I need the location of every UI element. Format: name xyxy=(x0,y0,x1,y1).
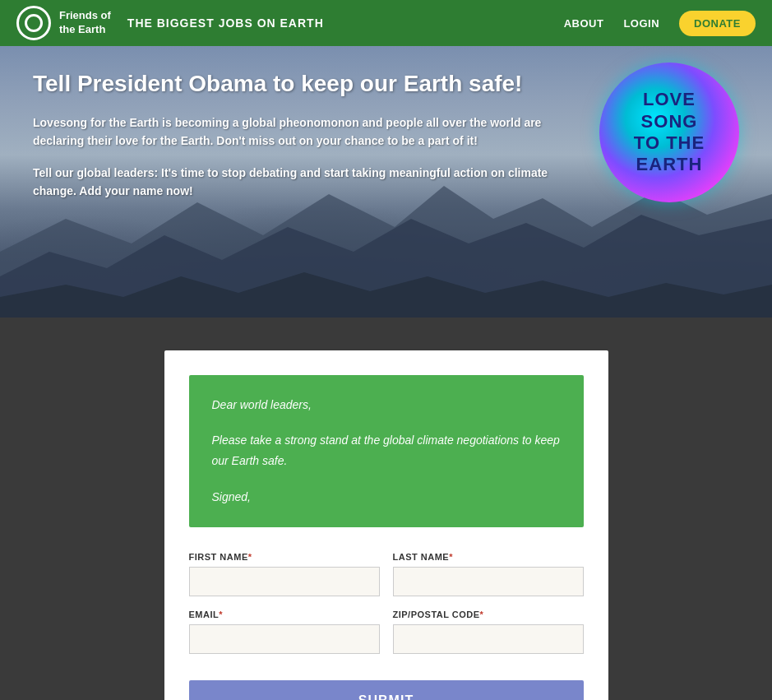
last-name-label: LAST NAME* xyxy=(393,552,584,562)
hero-paragraph2: Tell our global leaders: It's time to st… xyxy=(33,164,592,201)
login-link[interactable]: LOGIN xyxy=(623,17,659,30)
letter-box: Dear world leaders, Please take a strong… xyxy=(189,375,584,527)
badge-text: LOVE SONG TO THE EARTH xyxy=(634,89,705,176)
first-name-label: FIRST NAME* xyxy=(189,552,380,562)
required-star: * xyxy=(449,552,453,562)
logo-inner-icon xyxy=(25,14,43,32)
first-name-input[interactable] xyxy=(189,567,380,596)
letter-closing: Signed, xyxy=(212,487,561,508)
submit-button[interactable]: SUBMIT xyxy=(189,680,584,700)
hero-paragraph1: Lovesong for the Earth is becoming a glo… xyxy=(33,114,592,151)
required-star: * xyxy=(219,610,223,619)
about-link[interactable]: ABOUT xyxy=(564,17,604,30)
email-input[interactable] xyxy=(189,624,380,654)
logo-text: Friends of the Earth xyxy=(59,9,111,37)
email-label: EMAIL* xyxy=(189,610,380,619)
form-card: Dear world leaders, Please take a strong… xyxy=(164,350,608,700)
logo-circle-icon xyxy=(16,6,51,40)
contact-row: EMAIL* ZIP/POSTAL CODE* xyxy=(189,610,584,654)
letter-body: Please take a strong stand at the global… xyxy=(212,430,561,471)
letter-greeting: Dear world leaders, xyxy=(212,395,561,415)
donate-button[interactable]: DONATE xyxy=(679,11,756,36)
last-name-input[interactable] xyxy=(393,567,584,596)
main-nav: ABOUT LOGIN DONATE xyxy=(564,11,756,36)
name-row: FIRST NAME* LAST NAME* xyxy=(189,552,584,596)
required-star: * xyxy=(480,610,484,619)
first-name-group: FIRST NAME* xyxy=(189,552,380,596)
zip-group: ZIP/POSTAL CODE* xyxy=(393,610,584,654)
form-section: Dear world leaders, Please take a strong… xyxy=(0,318,772,700)
zip-label: ZIP/POSTAL CODE* xyxy=(393,610,584,619)
site-tagline: THE BIGGEST JOBS ON EARTH xyxy=(127,16,324,30)
required-star: * xyxy=(248,552,252,562)
zip-input[interactable] xyxy=(393,624,584,654)
last-name-group: LAST NAME* xyxy=(393,552,584,596)
email-group: EMAIL* xyxy=(189,610,380,654)
hero-title: Tell President Obama to keep our Earth s… xyxy=(33,71,592,97)
hero-section: Tell President Obama to keep our Earth s… xyxy=(0,46,772,318)
hero-content: Tell President Obama to keep our Earth s… xyxy=(33,71,592,201)
love-song-badge: LOVE SONG TO THE EARTH xyxy=(599,63,739,202)
site-header: Friends of the Earth THE BIGGEST JOBS ON… xyxy=(0,0,772,46)
logo[interactable]: Friends of the Earth xyxy=(16,6,111,40)
